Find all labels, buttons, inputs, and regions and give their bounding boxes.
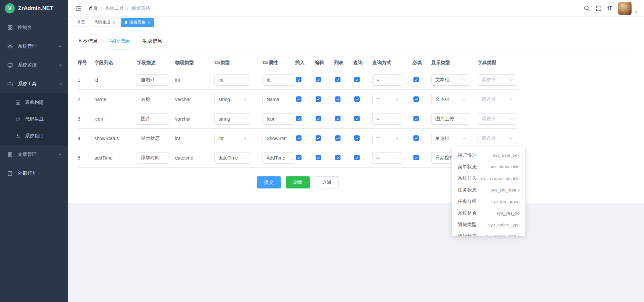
cs_type-select[interactable]: int: [214, 74, 250, 86]
sidebar-item-system-admin[interactable]: 系统管理: [0, 37, 68, 56]
query_mode-select[interactable]: =: [372, 152, 402, 164]
cell-display_type: 单选框: [431, 133, 478, 144]
select-value: 图片上传: [435, 116, 454, 122]
option-value: sys_notice_status: [485, 234, 520, 236]
query_mode-select[interactable]: =: [372, 133, 402, 144]
query-checkbox[interactable]: [354, 96, 360, 102]
select-value: string: [218, 97, 230, 102]
list-checkbox[interactable]: [335, 135, 340, 141]
display_type-select[interactable]: 文本框: [431, 74, 469, 86]
dropdown-option[interactable]: 通知类型sys_notice_type: [452, 219, 525, 231]
sidebar-item-system-monitor[interactable]: 系统监控: [0, 56, 68, 75]
back-button[interactable]: 返回: [315, 176, 339, 188]
avatar[interactable]: [618, 2, 632, 15]
description-input[interactable]: [137, 152, 168, 164]
edit-checkbox[interactable]: [316, 77, 321, 82]
font-size-icon[interactable]: tT: [607, 5, 612, 11]
refresh-button[interactable]: 刷新: [286, 176, 310, 188]
cs_property-input[interactable]: [263, 113, 294, 125]
dropdown-option[interactable]: 任务状态sys_job_status: [452, 184, 525, 196]
required-checkbox[interactable]: [413, 96, 419, 102]
list-checkbox[interactable]: [335, 77, 340, 82]
tag-item[interactable]: 代码生成: [91, 18, 119, 27]
dropdown-option[interactable]: 用户性别sys_user_sex: [452, 149, 525, 161]
tab-item[interactable]: 生成信息: [142, 35, 162, 49]
display_type-select[interactable]: 图片上传: [431, 113, 469, 125]
cs_type-select[interactable]: dateTime: [214, 152, 250, 164]
sidebar-item-console[interactable]: 控制台: [0, 18, 68, 37]
sidebar-item-code-gen[interactable]: 代码生成: [0, 111, 68, 128]
cs_property-input[interactable]: [263, 74, 294, 86]
breadcrumb-item[interactable]: 编辑表格: [131, 5, 150, 11]
cs_type-select[interactable]: string: [214, 94, 250, 105]
cs_type-select[interactable]: string: [214, 113, 250, 125]
cs_property-input[interactable]: [263, 133, 294, 144]
fullscreen-icon[interactable]: [596, 5, 602, 11]
option-label: 系统开关: [458, 175, 477, 181]
chevron-down-icon: [395, 156, 399, 160]
submit-button[interactable]: 提交: [257, 176, 281, 188]
list-checkbox[interactable]: [335, 116, 340, 121]
app-logo: V ZrAdmin.NET: [0, 0, 68, 17]
cell-edit: [315, 116, 334, 122]
edit-checkbox[interactable]: [316, 155, 321, 160]
tab-item[interactable]: 基本信息: [78, 35, 98, 49]
cs_type-select[interactable]: int: [214, 133, 250, 144]
sidebar-collapse-icon[interactable]: [75, 5, 82, 12]
close-icon[interactable]: [148, 21, 151, 24]
dropdown-option[interactable]: 通知状态sys_notice_status: [452, 231, 525, 236]
dropdown-option[interactable]: 任务分组sys_job_group: [452, 196, 525, 208]
cell-list: [334, 135, 353, 141]
tag-item[interactable]: 首页: [74, 18, 88, 27]
insert-checkbox[interactable]: [296, 135, 301, 141]
edit-checkbox[interactable]: [316, 116, 321, 121]
insert-checkbox[interactable]: [296, 96, 301, 102]
query_mode-select[interactable]: =: [372, 94, 402, 105]
sidebar-item-article-admin[interactable]: 文章管理: [0, 145, 68, 164]
chevron-down-icon: [58, 153, 62, 157]
cs_property-input[interactable]: [263, 94, 294, 105]
breadcrumb-item[interactable]: 首页: [88, 5, 98, 11]
description-input[interactable]: [137, 74, 168, 86]
insert-checkbox[interactable]: [296, 116, 301, 121]
required-checkbox[interactable]: [413, 135, 419, 141]
sidebar-item-form-build[interactable]: 表单构建: [0, 94, 68, 111]
query_mode-select[interactable]: =: [372, 113, 402, 125]
query-checkbox[interactable]: [354, 135, 360, 141]
tag-item[interactable]: 编辑表格: [121, 18, 154, 27]
sidebar-item-system-tools[interactable]: 系统工具: [0, 75, 68, 93]
dict_type-select[interactable]: 请选择: [478, 74, 516, 86]
edit-checkbox[interactable]: [316, 135, 321, 141]
query-checkbox[interactable]: [354, 155, 360, 160]
sidebar-item-external-open[interactable]: 外部打开: [0, 164, 68, 183]
dict_type-select[interactable]: 请选择: [478, 133, 516, 144]
sidebar-item-system-api[interactable]: 系统接口: [0, 128, 68, 144]
description-input[interactable]: [137, 94, 168, 105]
query-checkbox[interactable]: [354, 77, 360, 82]
breadcrumb-item[interactable]: 系统工具: [105, 5, 124, 11]
dropdown-list: 用户性别sys_user_sex菜单状态sys_show_hide系统开关sys…: [452, 149, 525, 236]
dict_type-select[interactable]: 请选择: [478, 94, 516, 105]
display_type-select[interactable]: 单选框: [431, 133, 469, 144]
display_type-select[interactable]: 文本框: [431, 94, 469, 105]
list-checkbox[interactable]: [335, 155, 340, 160]
close-icon[interactable]: [112, 21, 116, 24]
list-checkbox[interactable]: [335, 96, 340, 102]
search-icon[interactable]: [583, 5, 590, 11]
dropdown-option[interactable]: 系统开关sys_normal_disable: [452, 173, 525, 184]
description-input[interactable]: [137, 113, 168, 125]
insert-checkbox[interactable]: [296, 155, 301, 160]
query_mode-select[interactable]: =: [372, 74, 402, 86]
cs_property-input[interactable]: [263, 152, 294, 164]
required-checkbox[interactable]: [413, 77, 419, 82]
tab-item[interactable]: 字段信息: [110, 35, 130, 49]
required-checkbox[interactable]: [413, 116, 419, 121]
insert-checkbox[interactable]: [296, 77, 301, 82]
required-checkbox[interactable]: [413, 155, 419, 160]
edit-checkbox[interactable]: [316, 96, 321, 102]
dropdown-option[interactable]: 菜单状态sys_show_hide: [452, 161, 525, 173]
description-input[interactable]: [137, 133, 168, 144]
dropdown-option[interactable]: 系统是否sys_yes_no: [452, 208, 525, 219]
query-checkbox[interactable]: [354, 116, 360, 121]
dict_type-select[interactable]: 请选择: [478, 113, 516, 125]
